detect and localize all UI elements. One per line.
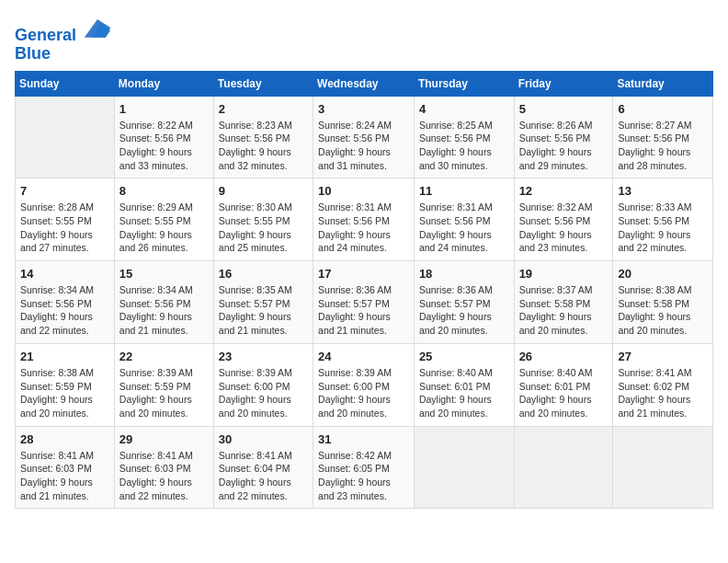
day-info: Sunrise: 8:32 AMSunset: 5:56 PMDaylight:… bbox=[519, 201, 609, 255]
day-info: Sunrise: 8:39 AMSunset: 6:00 PMDaylight:… bbox=[318, 366, 409, 420]
day-info: Sunrise: 8:39 AMSunset: 6:00 PMDaylight:… bbox=[219, 366, 308, 420]
day-info: Sunrise: 8:34 AMSunset: 5:56 PMDaylight:… bbox=[20, 283, 109, 338]
calendar-cell: 9Sunrise: 8:30 AMSunset: 5:55 PMDaylight… bbox=[213, 178, 313, 261]
calendar-cell: 6Sunrise: 8:27 AMSunset: 5:56 PMDaylight… bbox=[613, 96, 713, 178]
day-info: Sunrise: 8:41 AMSunset: 6:03 PMDaylight:… bbox=[119, 449, 209, 503]
calendar-header-row: SundayMondayTuesdayWednesdayThursdayFrid… bbox=[16, 71, 713, 96]
calendar-week-row: 28Sunrise: 8:41 AMSunset: 6:03 PMDayligh… bbox=[16, 426, 713, 509]
calendar-week-row: 21Sunrise: 8:38 AMSunset: 5:59 PMDayligh… bbox=[16, 343, 713, 426]
calendar-cell: 22Sunrise: 8:39 AMSunset: 5:59 PMDayligh… bbox=[114, 343, 213, 426]
day-info: Sunrise: 8:42 AMSunset: 6:05 PMDaylight:… bbox=[318, 449, 409, 503]
calendar-cell: 8Sunrise: 8:29 AMSunset: 5:55 PMDaylight… bbox=[114, 178, 213, 261]
day-number: 30 bbox=[219, 432, 308, 446]
day-info: Sunrise: 8:33 AMSunset: 5:56 PMDaylight:… bbox=[618, 201, 708, 255]
day-number: 13 bbox=[618, 184, 708, 198]
calendar-cell: 7Sunrise: 8:28 AMSunset: 5:55 PMDaylight… bbox=[16, 178, 115, 261]
weekday-header: Sunday bbox=[16, 71, 115, 96]
calendar-cell: 21Sunrise: 8:38 AMSunset: 5:59 PMDayligh… bbox=[16, 343, 115, 426]
calendar-cell: 5Sunrise: 8:26 AMSunset: 5:56 PMDaylight… bbox=[514, 96, 613, 178]
day-info: Sunrise: 8:38 AMSunset: 5:58 PMDaylight:… bbox=[618, 283, 708, 338]
day-number: 12 bbox=[519, 184, 609, 198]
calendar-cell: 15Sunrise: 8:34 AMSunset: 5:56 PMDayligh… bbox=[114, 261, 213, 344]
day-number: 16 bbox=[219, 267, 308, 281]
day-number: 10 bbox=[318, 184, 409, 198]
calendar-cell: 17Sunrise: 8:36 AMSunset: 5:57 PMDayligh… bbox=[313, 261, 415, 344]
weekday-header: Wednesday bbox=[313, 71, 415, 96]
day-number: 17 bbox=[318, 267, 409, 281]
calendar-week-row: 1Sunrise: 8:22 AMSunset: 5:56 PMDaylight… bbox=[16, 96, 713, 178]
calendar-cell: 18Sunrise: 8:36 AMSunset: 5:57 PMDayligh… bbox=[414, 261, 514, 344]
day-number: 15 bbox=[119, 267, 209, 281]
day-number: 20 bbox=[618, 267, 708, 281]
logo-icon bbox=[83, 15, 112, 40]
calendar-cell: 13Sunrise: 8:33 AMSunset: 5:56 PMDayligh… bbox=[613, 178, 713, 261]
calendar-cell: 31Sunrise: 8:42 AMSunset: 6:05 PMDayligh… bbox=[313, 426, 415, 509]
day-info: Sunrise: 8:26 AMSunset: 5:56 PMDaylight:… bbox=[519, 119, 609, 173]
calendar-cell: 2Sunrise: 8:23 AMSunset: 5:56 PMDaylight… bbox=[213, 96, 313, 178]
day-number: 18 bbox=[419, 267, 509, 281]
day-info: Sunrise: 8:28 AMSunset: 5:55 PMDaylight:… bbox=[20, 201, 109, 255]
calendar-cell: 23Sunrise: 8:39 AMSunset: 6:00 PMDayligh… bbox=[213, 343, 313, 426]
calendar-cell bbox=[613, 426, 713, 509]
logo: General Blue bbox=[15, 15, 112, 63]
calendar-cell bbox=[16, 96, 115, 178]
day-info: Sunrise: 8:41 AMSunset: 6:04 PMDaylight:… bbox=[219, 449, 308, 503]
day-number: 26 bbox=[519, 350, 609, 363]
day-info: Sunrise: 8:31 AMSunset: 5:56 PMDaylight:… bbox=[318, 201, 409, 255]
day-number: 2 bbox=[219, 102, 308, 116]
weekday-header: Monday bbox=[114, 71, 213, 96]
day-info: Sunrise: 8:37 AMSunset: 5:58 PMDaylight:… bbox=[519, 283, 609, 338]
day-number: 14 bbox=[20, 267, 109, 281]
calendar-cell: 24Sunrise: 8:39 AMSunset: 6:00 PMDayligh… bbox=[313, 343, 415, 426]
weekday-header: Thursday bbox=[414, 71, 514, 96]
day-info: Sunrise: 8:34 AMSunset: 5:56 PMDaylight:… bbox=[119, 283, 209, 338]
day-number: 21 bbox=[20, 350, 109, 363]
day-number: 29 bbox=[119, 432, 209, 446]
calendar-cell: 4Sunrise: 8:25 AMSunset: 5:56 PMDaylight… bbox=[414, 96, 514, 178]
day-number: 7 bbox=[20, 184, 109, 198]
calendar-cell: 3Sunrise: 8:24 AMSunset: 5:56 PMDaylight… bbox=[313, 96, 415, 178]
day-number: 25 bbox=[419, 350, 509, 363]
day-info: Sunrise: 8:30 AMSunset: 5:55 PMDaylight:… bbox=[219, 201, 308, 255]
day-number: 19 bbox=[519, 267, 609, 281]
calendar-cell: 29Sunrise: 8:41 AMSunset: 6:03 PMDayligh… bbox=[114, 426, 213, 509]
calendar-table: SundayMondayTuesdayWednesdayThursdayFrid… bbox=[15, 71, 713, 510]
day-number: 27 bbox=[618, 350, 708, 363]
day-number: 11 bbox=[419, 184, 509, 198]
day-info: Sunrise: 8:31 AMSunset: 5:56 PMDaylight:… bbox=[419, 201, 509, 255]
day-number: 4 bbox=[419, 102, 509, 116]
day-info: Sunrise: 8:35 AMSunset: 5:57 PMDaylight:… bbox=[219, 283, 308, 338]
day-number: 6 bbox=[618, 102, 708, 116]
calendar-cell: 10Sunrise: 8:31 AMSunset: 5:56 PMDayligh… bbox=[313, 178, 415, 261]
day-number: 9 bbox=[219, 184, 308, 198]
day-number: 1 bbox=[119, 102, 209, 116]
calendar-cell: 1Sunrise: 8:22 AMSunset: 5:56 PMDaylight… bbox=[114, 96, 213, 178]
weekday-header: Friday bbox=[514, 71, 613, 96]
day-number: 28 bbox=[20, 432, 109, 446]
day-number: 31 bbox=[318, 432, 409, 446]
calendar-cell: 20Sunrise: 8:38 AMSunset: 5:58 PMDayligh… bbox=[613, 261, 713, 344]
day-info: Sunrise: 8:38 AMSunset: 5:59 PMDaylight:… bbox=[20, 366, 109, 420]
day-number: 22 bbox=[119, 350, 209, 363]
day-info: Sunrise: 8:23 AMSunset: 5:56 PMDaylight:… bbox=[219, 119, 308, 173]
calendar-cell bbox=[414, 426, 514, 509]
day-info: Sunrise: 8:24 AMSunset: 5:56 PMDaylight:… bbox=[318, 119, 409, 173]
weekday-header: Saturday bbox=[613, 71, 713, 96]
logo-text: General bbox=[15, 15, 112, 45]
day-info: Sunrise: 8:39 AMSunset: 5:59 PMDaylight:… bbox=[119, 366, 209, 420]
calendar-cell bbox=[514, 426, 613, 509]
calendar-cell: 30Sunrise: 8:41 AMSunset: 6:04 PMDayligh… bbox=[213, 426, 313, 509]
day-number: 5 bbox=[519, 102, 609, 116]
calendar-cell: 19Sunrise: 8:37 AMSunset: 5:58 PMDayligh… bbox=[514, 261, 613, 344]
calendar-cell: 28Sunrise: 8:41 AMSunset: 6:03 PMDayligh… bbox=[16, 426, 115, 509]
day-info: Sunrise: 8:41 AMSunset: 6:03 PMDaylight:… bbox=[20, 449, 109, 503]
day-info: Sunrise: 8:40 AMSunset: 6:01 PMDaylight:… bbox=[519, 366, 609, 420]
day-info: Sunrise: 8:36 AMSunset: 5:57 PMDaylight:… bbox=[419, 283, 509, 338]
day-info: Sunrise: 8:40 AMSunset: 6:01 PMDaylight:… bbox=[419, 366, 509, 420]
day-info: Sunrise: 8:29 AMSunset: 5:55 PMDaylight:… bbox=[119, 201, 209, 255]
calendar-cell: 11Sunrise: 8:31 AMSunset: 5:56 PMDayligh… bbox=[414, 178, 514, 261]
calendar-cell: 25Sunrise: 8:40 AMSunset: 6:01 PMDayligh… bbox=[414, 343, 514, 426]
day-number: 8 bbox=[119, 184, 209, 198]
day-number: 3 bbox=[318, 102, 409, 116]
day-info: Sunrise: 8:36 AMSunset: 5:57 PMDaylight:… bbox=[318, 283, 409, 338]
